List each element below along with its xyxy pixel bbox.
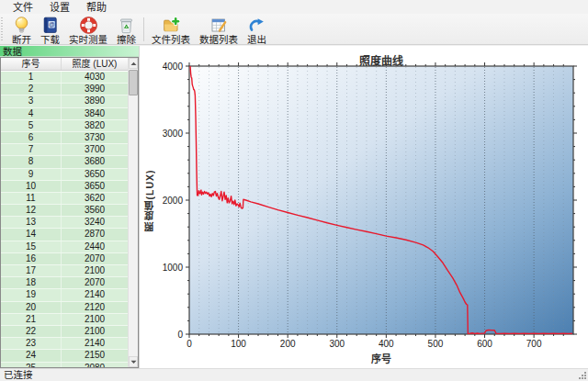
svg-text:@: @ [49, 21, 55, 28]
table-row[interactable]: 133240 [1, 217, 128, 229]
table-row[interactable]: 33890 [1, 95, 128, 107]
menu-bar: 文件 设置 帮助 [0, 0, 588, 14]
table-row[interactable]: 142870 [1, 229, 128, 241]
table-row[interactable]: 232140 [1, 338, 128, 350]
toolbar-button-data-list[interactable]: 数据列表 [195, 15, 243, 44]
table-row[interactable]: 252080 [1, 363, 128, 368]
toolbar-button-file-list[interactable]: 文件列表 [147, 15, 195, 44]
resize-grip-icon[interactable] [577, 370, 587, 380]
table-pencil-icon [209, 16, 229, 35]
table-row[interactable]: 93650 [1, 169, 128, 181]
cell-index: 25 [1, 363, 62, 368]
cell-index: 8 [1, 156, 62, 167]
table-row[interactable]: 162070 [1, 253, 128, 265]
toolbar-gripper[interactable] [1, 17, 5, 41]
scrollbar-down-button[interactable] [129, 356, 138, 367]
toolbar-button-exit[interactable]: 退出 [243, 15, 271, 44]
toolbar-button-label: 文件列表 [152, 35, 190, 45]
table-row[interactable]: 43840 [1, 108, 128, 120]
x-tick-label: 300 [329, 339, 345, 349]
menu-item-file[interactable]: 文件 [5, 0, 41, 16]
cell-index: 7 [1, 144, 62, 155]
table-scrollbar[interactable] [128, 58, 138, 367]
table-row[interactable]: 123560 [1, 205, 128, 217]
cell-lux: 3620 [62, 193, 128, 204]
table-row[interactable]: 103650 [1, 181, 128, 193]
cell-lux: 3700 [62, 144, 128, 155]
cell-lux: 2870 [62, 229, 128, 240]
y-tick-label: 3000 [163, 129, 184, 139]
scrollbar-up-button[interactable] [129, 58, 138, 69]
cell-lux: 3240 [62, 217, 128, 228]
cell-index: 12 [1, 205, 62, 216]
table-row[interactable]: 242150 [1, 350, 128, 362]
y-tick-label: 4000 [163, 62, 184, 72]
cell-index: 3 [1, 95, 62, 106]
toolbar-button-label: 数据列表 [199, 35, 238, 45]
table-row[interactable]: 63730 [1, 132, 128, 144]
cell-lux: 3650 [62, 169, 128, 180]
table-row[interactable]: 23990 [1, 84, 128, 95]
toolbar-button-realtime-measure[interactable]: 实时测量 [64, 15, 112, 44]
x-tick-label: 500 [428, 339, 444, 349]
cell-lux: 2070 [62, 277, 128, 288]
connection-status: 已连接 [4, 369, 33, 380]
menu-item-settings[interactable]: 设置 [41, 0, 78, 16]
toolbar-button-erase[interactable]: 擦除 [112, 15, 141, 44]
column-header-lux[interactable]: 照度 (LUX) [62, 58, 128, 70]
main-area: 数据 序号 照度 (LUX) 1403023990338904384053820… [0, 46, 588, 368]
cell-index: 18 [1, 277, 62, 288]
table-row[interactable]: 83680 [1, 156, 128, 168]
cell-lux: 4030 [62, 72, 128, 83]
cell-index: 9 [1, 169, 62, 180]
cell-lux: 2440 [62, 241, 128, 252]
toolbar: 断开 @ 下载 实时测量 擦除 文件列表 [0, 14, 588, 45]
cell-index: 2 [1, 84, 62, 95]
x-tick-label: 700 [526, 339, 542, 349]
table-row[interactable]: 172100 [1, 265, 128, 277]
cell-lux: 2150 [62, 350, 128, 361]
table-row[interactable]: 113620 [1, 193, 128, 205]
trash-icon [117, 16, 136, 35]
chart-x-axis-title: 序号 [189, 351, 573, 365]
column-header-index[interactable]: 序号 [1, 58, 62, 70]
data-panel-caption: 数据 [0, 46, 139, 57]
x-tick-label: 400 [379, 339, 394, 349]
cell-lux: 3560 [62, 205, 128, 216]
table-row[interactable]: 53820 [1, 120, 128, 132]
table-row[interactable]: 152440 [1, 241, 128, 253]
cell-index: 20 [1, 302, 62, 313]
scrollbar-thumb[interactable] [129, 70, 138, 95]
toolbar-separator [143, 17, 144, 41]
cell-lux: 2140 [62, 289, 128, 300]
cell-lux: 3650 [62, 181, 128, 192]
menu-item-help[interactable]: 帮助 [78, 0, 115, 16]
cell-index: 13 [1, 217, 62, 228]
toolbar-button-disconnect[interactable]: 断开 [7, 15, 36, 44]
table-row[interactable]: 192140 [1, 289, 128, 301]
table-row[interactable]: 212100 [1, 314, 128, 326]
chart-panel: 照度曲线 照度值(LUX) 01002003004005006007000100… [139, 46, 588, 368]
table-row[interactable]: 182070 [1, 277, 128, 289]
cell-lux: 3730 [62, 132, 128, 143]
x-tick-label: 600 [477, 339, 492, 349]
lifebuoy-icon [79, 16, 98, 35]
cell-lux: 3680 [62, 156, 128, 167]
curved-arrow-icon [247, 16, 266, 35]
toolbar-button-download[interactable]: @ 下载 [36, 15, 64, 44]
cell-index: 21 [1, 314, 62, 325]
table-row[interactable]: 222100 [1, 326, 128, 338]
table-row[interactable]: 14030 [1, 72, 128, 84]
table-row[interactable]: 73700 [1, 144, 128, 156]
table-row[interactable]: 202120 [1, 302, 128, 314]
cell-index: 16 [1, 253, 62, 264]
cell-index: 6 [1, 132, 62, 143]
cell-index: 1 [1, 72, 62, 83]
cell-index: 23 [1, 338, 62, 349]
data-panel: 数据 序号 照度 (LUX) 1403023990338904384053820… [0, 46, 139, 368]
cell-lux: 2070 [62, 253, 128, 264]
cell-lux: 3990 [62, 84, 128, 95]
status-bar: 已连接 [0, 368, 588, 381]
y-tick-label: 0 [177, 330, 183, 340]
data-table: 序号 照度 (LUX) 1403023990338904384053820637… [0, 57, 139, 368]
